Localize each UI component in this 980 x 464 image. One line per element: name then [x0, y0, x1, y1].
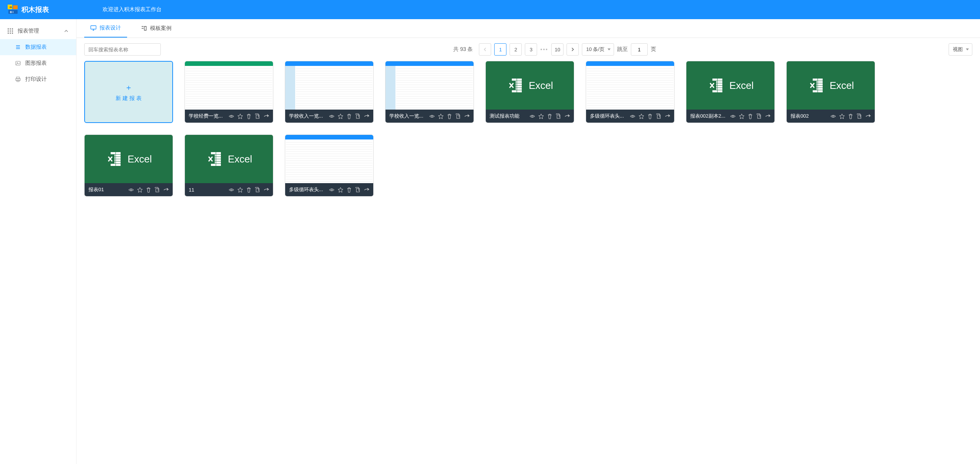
svg-point-20 — [231, 115, 232, 117]
star-icon[interactable] — [137, 187, 143, 193]
delete-icon[interactable] — [346, 187, 352, 193]
delete-icon[interactable] — [447, 113, 452, 119]
share-icon[interactable] — [263, 187, 269, 193]
svg-rect-1 — [13, 5, 18, 9]
delete-icon[interactable] — [246, 187, 252, 193]
pager-ellipsis: ••• — [540, 46, 548, 52]
report-card[interactable]: 学校收入一览... — [285, 61, 374, 123]
search-input[interactable] — [84, 43, 161, 56]
preview-icon[interactable] — [229, 113, 234, 119]
share-icon[interactable] — [765, 113, 771, 119]
pager-total: 共 93 条 — [453, 46, 473, 53]
report-card[interactable]: 学校经费一览... — [185, 61, 273, 123]
sidebar-item-chart-report[interactable]: 图形报表 — [0, 55, 76, 71]
report-card[interactable]: Excel报表002副本2... — [686, 61, 775, 123]
copy-icon[interactable] — [255, 113, 260, 119]
tab-label: 模板案例 — [150, 25, 172, 32]
pager-next[interactable] — [567, 43, 579, 56]
tabs: 报表设计 模板案例 — [77, 19, 980, 38]
star-icon[interactable] — [538, 113, 544, 119]
pager-page-1[interactable]: 1 — [494, 43, 506, 56]
share-icon[interactable] — [163, 187, 169, 193]
view-select[interactable]: 视图 — [949, 43, 972, 56]
delete-icon[interactable] — [346, 113, 352, 119]
copy-icon[interactable] — [355, 187, 361, 193]
star-icon[interactable] — [839, 113, 845, 119]
preview-icon[interactable] — [229, 187, 234, 193]
card-footer: 学校收入一览... — [385, 110, 474, 123]
svg-rect-49 — [356, 189, 359, 192]
tab-report-design[interactable]: 报表设计 — [84, 19, 127, 38]
svg-rect-23 — [356, 115, 359, 118]
share-icon[interactable] — [564, 113, 570, 119]
preview-icon[interactable] — [128, 187, 134, 193]
apps-icon — [8, 28, 13, 34]
pager-prev[interactable] — [479, 43, 491, 56]
copy-icon[interactable] — [656, 113, 662, 119]
star-icon[interactable] — [739, 113, 745, 119]
delete-icon[interactable] — [748, 113, 753, 119]
report-card[interactable]: Excel报表002 — [786, 61, 875, 123]
sidebar-section-label: 报表管理 — [18, 28, 64, 34]
logo-text: 积木报表 — [21, 5, 49, 14]
svg-text:B I: B I — [10, 11, 13, 13]
share-icon[interactable] — [665, 113, 670, 119]
sidebar-section-reports[interactable]: 报表管理 — [0, 23, 76, 39]
copy-icon[interactable] — [856, 113, 862, 119]
card-footer: 报表002 — [787, 110, 875, 123]
card-footer: 报表01 — [85, 183, 173, 196]
share-icon[interactable] — [464, 113, 470, 119]
share-icon[interactable] — [364, 113, 369, 119]
star-icon[interactable] — [338, 187, 343, 193]
report-card[interactable]: 多级循环表头... — [586, 61, 675, 123]
delete-icon[interactable] — [547, 113, 552, 119]
copy-icon[interactable] — [255, 187, 260, 193]
preview-icon[interactable] — [529, 113, 535, 119]
share-icon[interactable] — [263, 113, 269, 119]
tab-template-examples[interactable]: 模板案例 — [135, 19, 178, 38]
star-icon[interactable] — [237, 113, 243, 119]
logo-icon: mB I — [8, 5, 19, 15]
sidebar-item-data-report[interactable]: 数据报表 — [0, 39, 76, 55]
svg-rect-10 — [12, 31, 13, 32]
card-thumbnail: Excel — [486, 61, 574, 110]
copy-icon[interactable] — [555, 113, 561, 119]
sidebar-item-print-design[interactable]: 打印设计 — [0, 71, 76, 87]
delete-icon[interactable] — [246, 113, 252, 119]
copy-icon[interactable] — [154, 187, 160, 193]
copy-icon[interactable] — [756, 113, 762, 119]
share-icon[interactable] — [364, 187, 369, 193]
delete-icon[interactable] — [848, 113, 853, 119]
report-card[interactable]: Excel报表01 — [84, 134, 173, 197]
report-card[interactable]: 学校收入一览... — [385, 61, 474, 123]
card-footer: 多级循环表头... — [586, 110, 674, 123]
pager-page-2[interactable]: 2 — [510, 43, 522, 56]
preview-icon[interactable] — [830, 113, 836, 119]
report-card[interactable]: 多级循环表头... — [285, 134, 374, 197]
copy-icon[interactable] — [355, 113, 361, 119]
star-icon[interactable] — [237, 187, 243, 193]
share-icon[interactable] — [865, 113, 871, 119]
delete-icon[interactable] — [647, 113, 653, 119]
delete-icon[interactable] — [146, 187, 151, 193]
svg-rect-5 — [8, 28, 9, 30]
report-card[interactable]: Excel测试报表功能 — [485, 61, 574, 123]
star-icon[interactable] — [639, 113, 644, 119]
star-icon[interactable] — [438, 113, 444, 119]
jump-page-input[interactable] — [631, 43, 648, 56]
new-report-card[interactable]: ＋ 新 建 报 表 — [84, 61, 173, 123]
preview-icon[interactable] — [730, 113, 736, 119]
star-icon[interactable] — [338, 113, 343, 119]
copy-icon[interactable] — [455, 113, 461, 119]
svg-rect-43 — [156, 189, 159, 192]
preview-icon[interactable] — [630, 113, 635, 119]
report-card[interactable]: Excel11 — [185, 134, 273, 197]
preview-icon[interactable] — [429, 113, 435, 119]
preview-icon[interactable] — [329, 187, 335, 193]
svg-rect-25 — [457, 115, 460, 118]
pager-page-last[interactable]: 10 — [551, 43, 564, 56]
page-size-select[interactable]: 10 条/页 — [582, 43, 614, 56]
pager-page-3[interactable]: 3 — [525, 43, 537, 56]
preview-icon[interactable] — [329, 113, 335, 119]
sidebar: 报表管理 数据报表 图形报表 打印设计 — [0, 19, 77, 464]
